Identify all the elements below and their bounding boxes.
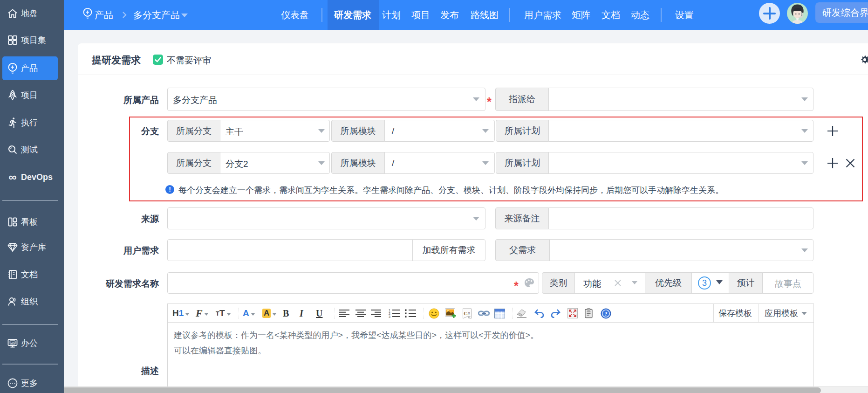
svg-text:C#: C# [464, 310, 470, 316]
svg-text:2: 2 [389, 312, 390, 315]
svg-text:1: 1 [389, 309, 390, 312]
svg-text:OA: OA [11, 341, 15, 344]
svg-text:3: 3 [389, 315, 390, 318]
svg-text:?: ? [604, 310, 607, 317]
